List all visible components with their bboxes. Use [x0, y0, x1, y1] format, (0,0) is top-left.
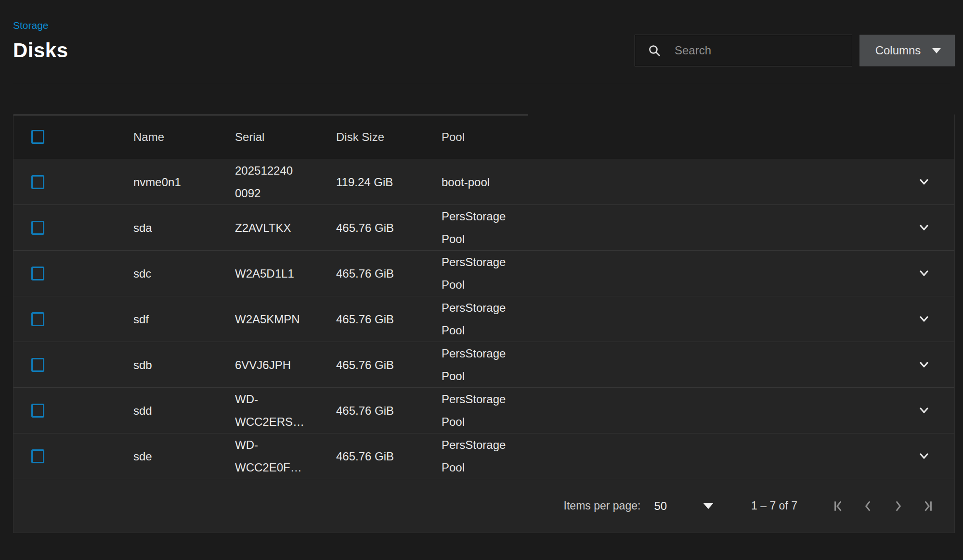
expand-row-button[interactable] — [914, 264, 934, 283]
expand-row-button[interactable] — [914, 446, 934, 466]
row-checkbox[interactable] — [31, 312, 44, 326]
disks-table: Name Serial Disk Size Pool nvme0n1 20251… — [13, 115, 955, 533]
column-header-disk-size[interactable]: Disk Size — [336, 126, 442, 148]
disk-serial: W2A5D1L1 — [235, 262, 336, 285]
disk-pool: boot-pool — [442, 171, 567, 193]
disk-name: sde — [133, 445, 235, 468]
search-box — [635, 35, 852, 66]
chevron-down-icon — [916, 174, 932, 190]
chevron-right-icon — [891, 499, 905, 513]
table-row[interactable]: sda Z2AVLTKX 465.76 GiB PersStorage Pool — [13, 205, 954, 251]
column-header-name[interactable]: Name — [133, 126, 235, 148]
caret-down-icon — [932, 48, 941, 53]
disk-name: sdf — [133, 308, 235, 331]
table-row[interactable]: nvme0n1 202512240 0092 119.24 GiB boot-p… — [13, 159, 954, 205]
pagination-range: 1 – 7 of 7 — [751, 499, 797, 512]
table-toolbar: Columns — [635, 35, 955, 66]
disk-serial: 202512240 0092 — [235, 159, 336, 204]
disk-name: sda — [133, 216, 235, 239]
chevron-down-icon — [916, 311, 932, 327]
chevron-down-icon — [916, 266, 932, 281]
disk-serial: WD- WCC2E0F… — [235, 433, 336, 479]
disk-name: nvme0n1 — [133, 171, 235, 193]
disk-serial: Z2AVLTKX — [235, 216, 336, 239]
disk-pool: PersStorage Pool — [442, 433, 567, 479]
column-header-serial[interactable]: Serial — [235, 126, 336, 148]
title-divider — [13, 83, 950, 83]
first-page-button[interactable] — [831, 499, 846, 513]
disk-serial: W2A5KMPN — [235, 308, 336, 331]
disk-name: sdb — [133, 354, 235, 376]
items-per-page-select[interactable]: 50 — [654, 499, 714, 513]
disk-size: 465.76 GiB — [336, 216, 442, 239]
disk-size: 465.76 GiB — [336, 354, 442, 376]
table-row[interactable]: sdd WD- WCC2ERS… 465.76 GiB PersStorage … — [13, 388, 954, 433]
disk-pool: PersStorage Pool — [442, 388, 567, 433]
table-header-row: Name Serial Disk Size Pool — [13, 115, 954, 159]
row-checkbox[interactable] — [31, 449, 44, 463]
last-page-icon — [921, 499, 935, 513]
columns-button[interactable]: Columns — [859, 35, 955, 66]
disk-size: 465.76 GiB — [336, 399, 442, 422]
disk-pool: PersStorage Pool — [442, 251, 567, 296]
disk-size: 465.76 GiB — [336, 308, 442, 331]
row-checkbox[interactable] — [31, 404, 44, 418]
disk-name: sdc — [133, 262, 235, 285]
table-row[interactable]: sde WD- WCC2E0F… 465.76 GiB PersStorage … — [13, 433, 954, 479]
select-all-checkbox[interactable] — [31, 130, 44, 144]
columns-button-label: Columns — [875, 44, 921, 57]
disk-name: sdd — [133, 399, 235, 422]
expand-row-button[interactable] — [914, 172, 934, 191]
chevron-down-icon — [916, 403, 932, 418]
row-checkbox[interactable] — [31, 358, 44, 372]
expand-row-button[interactable] — [914, 401, 934, 420]
next-page-button[interactable] — [891, 499, 905, 513]
disk-pool: PersStorage Pool — [442, 342, 567, 387]
disk-serial: WD- WCC2ERS… — [235, 388, 336, 433]
table-row[interactable]: sdb 6VVJ6JPH 465.76 GiB PersStorage Pool — [13, 342, 954, 388]
row-checkbox[interactable] — [31, 221, 44, 235]
previous-page-button[interactable] — [861, 499, 875, 513]
disk-pool: PersStorage Pool — [442, 296, 567, 342]
search-icon — [648, 44, 661, 57]
column-header-pool[interactable]: Pool — [442, 126, 567, 148]
caret-down-icon — [703, 503, 714, 509]
expand-row-button[interactable] — [914, 355, 934, 374]
chevron-down-icon — [916, 357, 932, 372]
search-input[interactable] — [674, 43, 846, 58]
items-per-page-label: Items per page: — [564, 499, 641, 512]
disk-size: 465.76 GiB — [336, 262, 442, 285]
table-header-topline — [13, 115, 528, 115]
items-per-page-value: 50 — [654, 499, 667, 513]
chevron-down-icon — [916, 448, 932, 464]
chevron-down-icon — [916, 220, 932, 235]
disk-size: 119.24 GiB — [336, 171, 442, 193]
first-page-icon — [831, 499, 846, 513]
expand-row-button[interactable] — [914, 218, 934, 237]
chevron-left-icon — [861, 499, 875, 513]
pager-controls — [831, 499, 935, 513]
last-page-button[interactable] — [921, 499, 935, 513]
disk-pool: PersStorage Pool — [442, 205, 567, 250]
row-checkbox[interactable] — [31, 267, 44, 280]
disk-serial: 6VVJ6JPH — [235, 354, 336, 376]
table-row[interactable]: sdc W2A5D1L1 465.76 GiB PersStorage Pool — [13, 251, 954, 296]
row-checkbox[interactable] — [31, 175, 44, 189]
expand-row-button[interactable] — [914, 309, 934, 329]
table-pagination-bar: Items per page: 50 1 – 7 of 7 — [13, 479, 954, 533]
breadcrumb-storage[interactable]: Storage — [13, 19, 49, 32]
table-row[interactable]: sdf W2A5KMPN 465.76 GiB PersStorage Pool — [13, 296, 954, 342]
disk-size: 465.76 GiB — [336, 445, 442, 468]
